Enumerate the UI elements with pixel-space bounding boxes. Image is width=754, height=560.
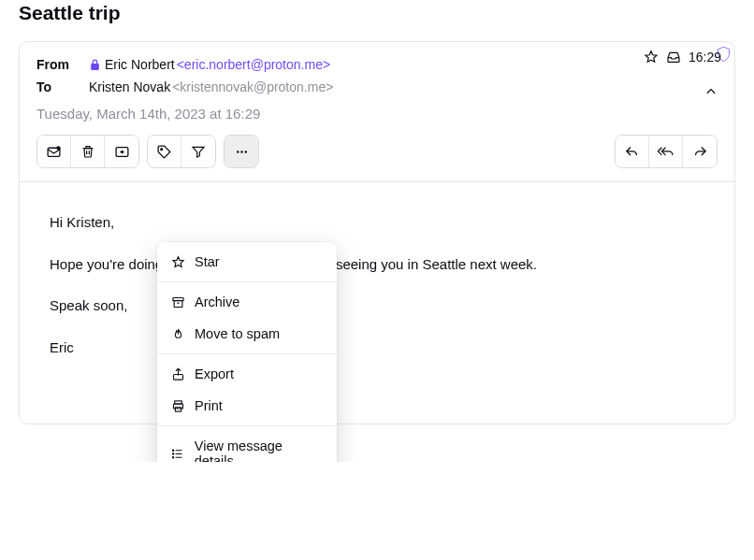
sender-email[interactable]: <eric.norbert@proton.me> — [177, 57, 330, 72]
menu-export[interactable]: Export — [157, 358, 337, 390]
svg-rect-8 — [172, 297, 182, 300]
reply-all-button[interactable] — [649, 136, 683, 167]
more-actions-button[interactable] — [225, 136, 258, 167]
inbox-icon — [666, 50, 681, 65]
svg-point-13 — [173, 450, 174, 451]
body-line: Hi Kristen, — [50, 212, 704, 234]
email-card: 16:29 From Eric Norbert <eric.norbert@pr… — [19, 41, 735, 424]
menu-archive[interactable]: Archive — [157, 286, 337, 318]
move-to-archive-button[interactable] — [105, 136, 138, 167]
menu-label: Move to spam — [195, 326, 280, 341]
filter-button[interactable] — [181, 136, 215, 167]
svg-rect-12 — [175, 407, 181, 410]
recipient-name[interactable]: Kristen Novak — [89, 79, 170, 94]
body-line: Hope you're doing well. I'm looking forw… — [50, 254, 704, 276]
menu-star[interactable]: Star — [157, 246, 337, 278]
archive-icon — [170, 295, 185, 309]
star-icon — [170, 255, 185, 269]
time-received: 16:29 — [689, 50, 721, 65]
svg-point-6 — [240, 151, 242, 152]
menu-label: Star — [195, 254, 220, 269]
collapse-caret-icon[interactable] — [704, 85, 718, 98]
star-icon[interactable] — [644, 50, 659, 65]
menu-print[interactable]: Print — [157, 390, 337, 422]
trash-button[interactable] — [71, 136, 105, 167]
recipient-email[interactable]: <kristennovak@proton.me> — [172, 79, 333, 94]
body-line: Speak soon, — [50, 295, 704, 317]
menu-move-to-spam[interactable]: Move to spam — [157, 318, 337, 350]
flame-icon — [170, 327, 185, 341]
menu-view-message-details[interactable]: View message details — [157, 430, 337, 462]
body-line: Eric — [50, 337, 704, 359]
reply-button[interactable] — [616, 136, 649, 167]
svg-point-2 — [56, 146, 60, 150]
svg-rect-0 — [91, 64, 99, 70]
print-icon — [170, 399, 185, 413]
forward-button[interactable] — [683, 136, 717, 167]
svg-point-14 — [173, 452, 174, 453]
list-icon — [170, 447, 185, 461]
mark-unread-button[interactable] — [37, 136, 71, 167]
svg-point-7 — [244, 151, 246, 152]
email-body: Hi Kristen, Hope you're doing well. I'm … — [20, 181, 734, 424]
svg-point-4 — [161, 148, 163, 150]
export-icon — [170, 367, 185, 381]
menu-label: Archive — [195, 294, 239, 309]
menu-label: Export — [195, 366, 234, 381]
label-button[interactable] — [148, 136, 181, 167]
date-line: Tuesday, March 14th, 2023 at 16:29 — [36, 106, 718, 122]
menu-label: Print — [195, 398, 223, 413]
from-label: From — [36, 57, 89, 72]
menu-label: View message details — [195, 438, 324, 462]
to-label: To — [36, 79, 89, 94]
lock-icon — [89, 58, 101, 71]
subject-heading: Seattle trip — [19, 2, 735, 24]
svg-point-15 — [173, 456, 174, 457]
sender-name[interactable]: Eric Norbert — [105, 57, 175, 72]
more-actions-menu: Star Archive Move to spam Export — [157, 242, 337, 462]
svg-point-5 — [237, 151, 239, 152]
